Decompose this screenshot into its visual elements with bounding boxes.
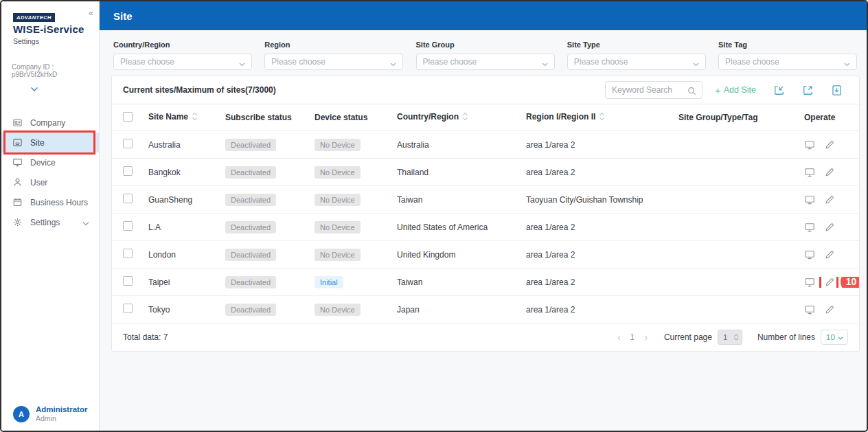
edit-pencil-icon[interactable] [824, 167, 835, 178]
table-toolbar: Current sites/Maximum of sites(7/3000) +… [112, 76, 859, 104]
brand-area: ADVANTECH WISE-iService Settings « [1, 1, 99, 45]
edit-pencil-icon[interactable] [824, 249, 835, 260]
sidebar-item-company[interactable]: Company [1, 113, 99, 133]
company-icon [12, 117, 23, 128]
row-checkbox[interactable] [123, 276, 133, 286]
edit-pencil-icon[interactable] [824, 139, 835, 150]
keyword-search[interactable] [605, 81, 703, 99]
row-checkbox[interactable] [123, 304, 133, 313]
column-site-name[interactable]: Site Name [139, 112, 216, 123]
prev-page-icon[interactable]: ‹ [613, 332, 625, 343]
operate-cell [783, 139, 859, 150]
device-monitor-icon[interactable] [804, 249, 815, 260]
edit-pencil-icon[interactable] [824, 304, 835, 315]
site-name-cell: London [139, 250, 216, 260]
column-country-region[interactable]: Country/Region [388, 112, 517, 123]
edit-pencil-icon[interactable] [824, 277, 835, 288]
sidebar-item-user[interactable]: User [1, 172, 99, 192]
site-name-cell: L.A [139, 223, 216, 232]
filter-select-site-tag[interactable]: Please choose [718, 54, 857, 70]
device-monitor-icon[interactable] [804, 139, 815, 150]
export-icon[interactable] [802, 84, 814, 96]
site-name-cell: Taipei [139, 277, 216, 287]
edit-pencil-icon[interactable] [824, 194, 835, 205]
operate-cell [783, 194, 859, 205]
page-number[interactable]: 1 [625, 332, 641, 342]
operate-cell [783, 249, 859, 260]
region-cell: Taoyuan City/Guishan Township [517, 195, 670, 205]
row-checkbox[interactable] [123, 221, 133, 231]
sort-icon[interactable] [599, 112, 605, 123]
search-icon[interactable] [687, 86, 696, 95]
filter-select-region[interactable]: Please choose [264, 54, 403, 70]
site-name-cell: Australia [139, 140, 216, 150]
next-page-icon[interactable]: › [640, 332, 652, 343]
filter-select-site-type[interactable]: Please choose [567, 54, 706, 70]
region-cell: area 1/area 2 [517, 168, 670, 177]
user-icon [12, 177, 23, 187]
import-icon[interactable] [773, 84, 785, 96]
operate-cell: 10 [783, 277, 859, 288]
sidebar-item-business-hours[interactable]: Business Hours [1, 192, 99, 212]
chevron-down-icon [389, 58, 397, 66]
sort-icon[interactable] [192, 112, 198, 123]
sidebar-item-label: User [30, 178, 47, 187]
search-input[interactable] [612, 85, 687, 95]
sidebar-item-site[interactable]: Site [1, 133, 99, 152]
sidebar-collapse-icon[interactable]: « [89, 8, 93, 17]
device-status-badge: No Device [315, 139, 361, 151]
lines-per-page-select[interactable]: 10 [821, 330, 848, 345]
chevron-down-icon [541, 58, 549, 66]
current-page-input[interactable]: 1 [718, 330, 742, 345]
device-status-badge: No Device [315, 194, 361, 206]
sidebar-user[interactable]: A Administrator Admin [1, 400, 99, 425]
filter-select-country-region[interactable]: Please choose [113, 54, 252, 70]
device-monitor-icon[interactable] [804, 194, 815, 205]
sidebar-item-settings[interactable]: Settings [1, 212, 99, 232]
business-hours-icon [12, 197, 23, 207]
company-id: Company ID : p9BrV5f2kHxD [1, 63, 99, 78]
sidebar-item-device[interactable]: Device [1, 152, 99, 172]
add-site-label: Add Site [724, 85, 756, 95]
total-data-label: Total data: 7 [123, 332, 168, 342]
row-checkbox[interactable] [123, 166, 133, 176]
operate-cell [783, 304, 859, 315]
device-icon [12, 157, 23, 168]
current-page-label: Current page [664, 332, 712, 342]
select-all-checkbox[interactable] [123, 112, 133, 122]
app-window: ADVANTECH WISE-iService Settings « Compa… [0, 0, 868, 432]
region-cell: area 1/area 2 [517, 250, 670, 260]
add-site-button[interactable]: + Add Site [715, 85, 756, 95]
device-monitor-icon[interactable] [804, 167, 815, 178]
table-row: L.A Deactivated No Device United States … [112, 214, 859, 241]
filter-select-site-group[interactable]: Please choose [416, 54, 555, 70]
current-page-value: 1 [718, 333, 733, 341]
table-row: London Deactivated No Device United King… [112, 241, 859, 269]
row-checkbox[interactable] [123, 139, 133, 148]
chevron-down-icon[interactable] [30, 82, 99, 95]
select-placeholder: Please choose [271, 57, 389, 67]
download-file-icon[interactable] [831, 84, 843, 96]
column-region[interactable]: Region I/Region II [517, 112, 670, 123]
device-monitor-icon[interactable] [804, 277, 815, 288]
filter-site-group: Site Group Please choose [416, 41, 555, 70]
edit-pencil-icon[interactable] [824, 222, 835, 233]
stepper-icons[interactable] [733, 334, 742, 341]
sidebar-item-label: Company [30, 118, 65, 128]
row-checkbox[interactable] [123, 249, 133, 258]
page-header: Site [100, 1, 867, 30]
table-row: GuanSheng Deactivated No Device Taiwan T… [112, 186, 859, 214]
chevron-down-icon [238, 58, 246, 66]
row-checkbox[interactable] [123, 194, 133, 203]
device-monitor-icon[interactable] [804, 304, 815, 315]
select-placeholder: Please choose [574, 57, 692, 67]
region-cell: area 1/area 2 [517, 305, 670, 315]
product-name: WISE-iService [13, 23, 92, 35]
device-monitor-icon[interactable] [804, 222, 815, 233]
subscribe-status-badge: Deactivated [225, 249, 276, 261]
table-row: Tokyo Deactivated No Device Japan area 1… [112, 296, 859, 323]
sort-icon[interactable] [462, 112, 468, 123]
chevron-down-icon[interactable] [82, 216, 89, 229]
filter-bar: Country/Region Please choose Region Plea… [100, 30, 867, 70]
main-area: Site Country/Region Please choose Region… [100, 1, 867, 431]
